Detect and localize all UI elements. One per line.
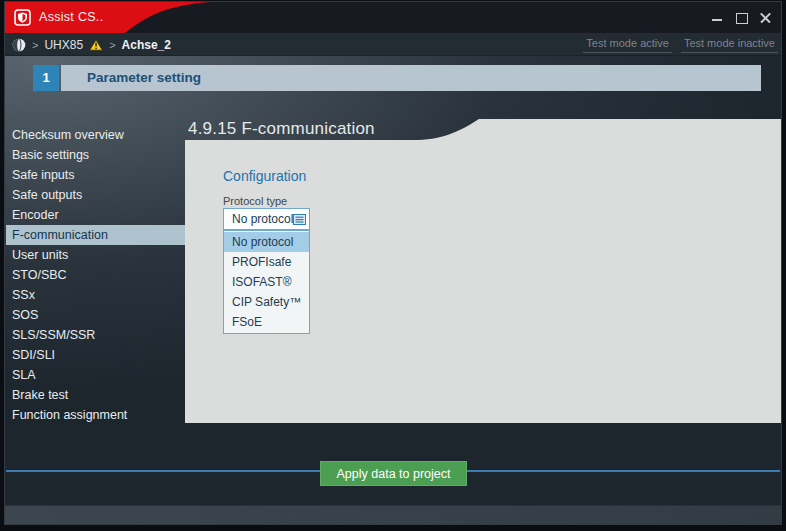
breadcrumb: > UHX85 > Achse_2: [12, 33, 171, 56]
sidebar-item-function-assignment[interactable]: Function assignment: [6, 405, 185, 425]
breadcrumb-axis[interactable]: Achse_2: [122, 38, 171, 52]
sidebar-nav: Checksum overview Basic settings Safe in…: [6, 125, 185, 425]
test-mode-inactive-button[interactable]: Test mode inactive: [681, 36, 778, 53]
dropdown-selected-value: No protocol: [224, 212, 293, 226]
dropdown-option-isofast[interactable]: ISOFAST®: [224, 272, 309, 292]
title-bar: Assist CS..: [5, 2, 781, 33]
globe-icon: [12, 38, 26, 52]
breadcrumb-separator: >: [32, 39, 38, 51]
apply-data-button[interactable]: Apply data to project: [320, 461, 467, 486]
step-label: Parameter setting: [61, 65, 761, 91]
protocol-type-label: Protocol type: [223, 195, 287, 207]
minimize-icon[interactable]: [711, 11, 724, 24]
sidebar-item-safe-inputs[interactable]: Safe inputs: [6, 165, 185, 185]
test-mode-active-button[interactable]: Test mode active: [583, 36, 672, 53]
main-region: 1 Parameter setting Checksum overview Ba…: [5, 56, 781, 505]
close-icon[interactable]: [759, 11, 772, 24]
dropdown-option-cip-safety[interactable]: CIP Safety™: [224, 292, 309, 312]
sidebar-item-safe-outputs[interactable]: Safe outputs: [6, 185, 185, 205]
content-panel: 4.9.15 F-communication Configuration Pro…: [185, 119, 781, 423]
protocol-type-option-list: No protocol PROFIsafe ISOFAST® CIP Safet…: [223, 230, 310, 334]
sidebar-item-encoder[interactable]: Encoder: [6, 205, 185, 225]
shield-icon: [14, 9, 31, 26]
sidebar-item-checksum-overview[interactable]: Checksum overview: [6, 125, 185, 145]
window-controls: [711, 2, 772, 33]
dropdown-option-no-protocol[interactable]: No protocol: [224, 232, 309, 252]
maximize-icon[interactable]: [735, 11, 748, 24]
red-swoosh-decoration: [5, 2, 220, 33]
sidebar-item-sos[interactable]: SOS: [6, 305, 185, 325]
dropdown-option-profisafe[interactable]: PROFIsafe: [224, 252, 309, 272]
warning-triangle-icon: [89, 39, 103, 51]
sidebar-item-sls-ssm-ssr[interactable]: SLS/SSM/SSR: [6, 325, 185, 345]
protocol-type-dropdown-head[interactable]: No protocol: [223, 208, 310, 230]
step-parameter-setting[interactable]: Parameter setting: [61, 65, 761, 91]
breadcrumb-device[interactable]: UHX85: [44, 38, 83, 52]
test-mode-switcher: Test mode active Test mode inactive: [583, 36, 778, 53]
sidebar-item-user-units[interactable]: User units: [6, 245, 185, 265]
step-number-badge: 1: [33, 65, 59, 91]
breadcrumb-bar: > UHX85 > Achse_2 Test mode active Test …: [5, 33, 781, 56]
sidebar-item-sto-sbc[interactable]: STO/SBC: [6, 265, 185, 285]
configuration-heading: Configuration: [223, 168, 306, 184]
page-title: 4.9.15 F-communication: [188, 118, 375, 140]
app-title: Assist CS..: [39, 2, 103, 33]
app-window: Assist CS.. > UHX85: [5, 2, 781, 524]
sidebar-item-basic-settings[interactable]: Basic settings: [6, 145, 185, 165]
sidebar-item-ssx[interactable]: SSx: [6, 285, 185, 305]
sidebar-item-brake-test[interactable]: Brake test: [6, 385, 185, 405]
protocol-type-dropdown: No protocol No protocol PROFIs: [223, 208, 310, 334]
breadcrumb-separator: >: [109, 39, 115, 51]
dropdown-option-fsoe[interactable]: FSoE: [224, 312, 309, 332]
sidebar-item-sla[interactable]: SLA: [6, 365, 185, 385]
list-icon: [293, 214, 306, 225]
app-screen: Assist CS.. > UHX85: [0, 0, 786, 531]
status-bar: [5, 505, 781, 524]
sidebar-item-sdi-sli[interactable]: SDI/SLI: [6, 345, 185, 365]
sidebar-item-f-communication[interactable]: F-communication: [6, 225, 185, 245]
